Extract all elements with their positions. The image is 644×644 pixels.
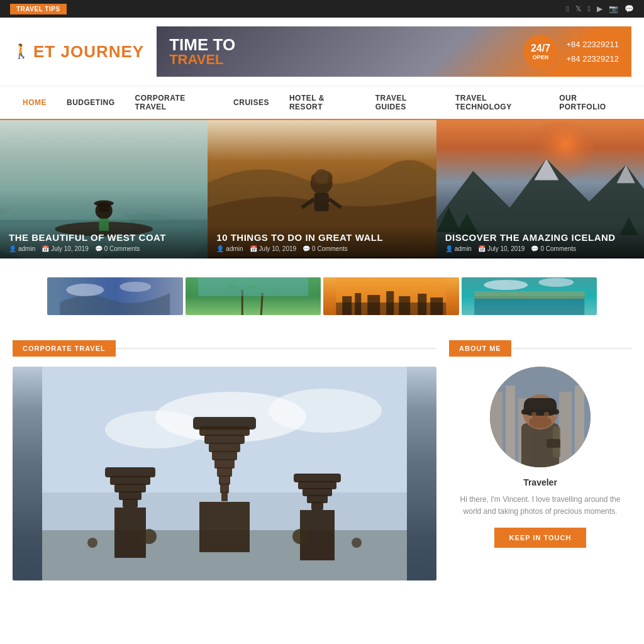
facebook-icon[interactable]:  bbox=[566, 4, 569, 13]
nav-corporate-travel[interactable]: CORPORATE TRAVEL bbox=[125, 86, 224, 119]
svg-rect-8 bbox=[99, 203, 109, 212]
svg-rect-33 bbox=[418, 294, 426, 315]
svg-rect-77 bbox=[559, 392, 572, 467]
about-me-label: ABOUT ME bbox=[449, 340, 511, 357]
corporate-travel-label: CORPORATE TRAVEL bbox=[13, 340, 116, 357]
svg-rect-51 bbox=[214, 459, 235, 469]
svg-rect-14 bbox=[314, 193, 329, 211]
keep-in-touch-button[interactable]: KEEP IN TOUCH bbox=[494, 528, 587, 548]
nav-travel-technology[interactable]: TRAVEL TECHNOLOGY bbox=[445, 86, 549, 119]
svg-rect-53 bbox=[219, 475, 230, 485]
banner: TIME TO TRAVEL 24/7 OPEN +84 22329211 +8… bbox=[157, 26, 631, 77]
svg-rect-31 bbox=[386, 291, 394, 315]
svg-rect-24 bbox=[198, 277, 308, 296]
svg-rect-36 bbox=[474, 296, 584, 315]
hero-overlay-3: DISCOVER THE AMAZING ICELAND 👤 admin 📅 J… bbox=[436, 226, 644, 258]
svg-point-84 bbox=[529, 416, 552, 428]
hero-title-3: DISCOVER THE AMAZING ICELAND bbox=[445, 232, 635, 243]
hero-meta-2: 👤 admin 📅 July 10, 2019 💬 0 Comments bbox=[216, 245, 427, 252]
svg-rect-74 bbox=[490, 392, 502, 467]
svg-point-19 bbox=[66, 284, 104, 296]
skype-icon[interactable]: 💬 bbox=[625, 4, 634, 13]
section-divider-line bbox=[116, 348, 436, 349]
svg-rect-60 bbox=[119, 491, 142, 500]
svg-rect-75 bbox=[506, 386, 515, 467]
open-badge: 24/7 OPEN bbox=[523, 35, 557, 69]
svg-point-72 bbox=[352, 538, 362, 548]
thumb-1[interactable] bbox=[47, 277, 183, 315]
svg-line-23 bbox=[261, 293, 262, 315]
nav-travel-guides[interactable]: TRAVEL GUIDES bbox=[365, 86, 445, 119]
hero-meta-1: 👤 admin 📅 July 10, 2019 💬 0 Comments bbox=[9, 245, 199, 252]
svg-point-71 bbox=[87, 538, 97, 548]
social-icons:  𝕏  ▶ 📷 💬 bbox=[566, 4, 634, 13]
corporate-travel-header: CORPORATE TRAVEL bbox=[13, 340, 436, 357]
svg-point-85 bbox=[531, 412, 536, 417]
hero-overlay-1: THE BEAUTIFUL OF WEST COAT 👤 admin 📅 Jul… bbox=[0, 226, 208, 258]
svg-point-44 bbox=[269, 389, 382, 433]
svg-rect-67 bbox=[311, 502, 323, 510]
hero-item-3[interactable]: DISCOVER THE AMAZING ICELAND 👤 admin 📅 J… bbox=[436, 120, 644, 258]
svg-rect-49 bbox=[209, 443, 240, 452]
travel-tips-badge: TRAVEL TIPS bbox=[10, 4, 67, 14]
hero-item-1[interactable]: THE BEAUTIFUL OF WEST COAT 👤 admin 📅 Jul… bbox=[0, 120, 208, 258]
instagram-icon[interactable]: 📷 bbox=[609, 4, 618, 13]
svg-rect-78 bbox=[575, 386, 584, 467]
nav-our-portfolio[interactable]: OUR PORTFOLIO bbox=[549, 86, 631, 119]
nav-cruises[interactable]: CRUISES bbox=[223, 91, 279, 114]
svg-point-69 bbox=[142, 529, 157, 544]
traveler-name: Traveler bbox=[449, 477, 631, 487]
right-column: ABOUT ME bbox=[449, 340, 631, 580]
about-me-section: Traveler Hi there, I'm Vincent. I love t… bbox=[449, 367, 631, 548]
hero-title-1: THE BEAUTIFUL OF WEST COAT bbox=[9, 232, 199, 243]
svg-rect-47 bbox=[199, 426, 250, 436]
svg-point-70 bbox=[292, 529, 308, 544]
twitter-icon[interactable]: 𝕏 bbox=[575, 4, 582, 13]
thumb-4[interactable] bbox=[462, 277, 597, 315]
svg-rect-29 bbox=[355, 293, 361, 315]
corporate-travel-image[interactable] bbox=[13, 367, 436, 580]
banner-right: 24/7 OPEN +84 22329211 +84 22329212 bbox=[523, 35, 619, 69]
hero-overlay-2: 10 THINGS TO DO IN GREAT WALL 👤 admin 📅 … bbox=[208, 226, 436, 258]
thumb-2[interactable] bbox=[186, 277, 321, 315]
thumbnails bbox=[0, 277, 644, 315]
banner-text: TIME TO TRAVEL bbox=[169, 36, 235, 67]
svg-rect-59 bbox=[114, 484, 146, 492]
nav: HOME BUDGETING CORPORATE TRAVEL CRUISES … bbox=[0, 86, 644, 120]
svg-point-43 bbox=[105, 411, 206, 448]
svg-rect-57 bbox=[105, 467, 155, 477]
pinterest-icon[interactable]:  bbox=[588, 4, 591, 13]
hero-title-2: 10 THINGS TO DO IN GREAT WALL bbox=[216, 232, 427, 243]
svg-rect-55 bbox=[221, 492, 228, 501]
svg-rect-62 bbox=[114, 508, 146, 558]
svg-rect-58 bbox=[110, 476, 150, 485]
hero-section: THE BEAUTIFUL OF WEST COAT 👤 admin 📅 Jul… bbox=[0, 120, 644, 258]
hero-meta-3: 👤 admin 📅 July 10, 2019 💬 0 Comments bbox=[445, 245, 635, 252]
nav-budgeting[interactable]: BUDGETING bbox=[57, 91, 125, 114]
svg-rect-48 bbox=[204, 435, 245, 444]
hero-item-2[interactable]: 10 THINGS TO DO IN GREAT WALL 👤 admin 📅 … bbox=[208, 120, 436, 258]
svg-rect-28 bbox=[342, 296, 352, 315]
svg-point-20 bbox=[119, 282, 151, 292]
svg-rect-32 bbox=[399, 296, 410, 315]
youtube-icon[interactable]: ▶ bbox=[597, 4, 602, 13]
svg-rect-37 bbox=[474, 291, 584, 299]
contact-info: +84 22329211 +84 22329212 bbox=[566, 37, 619, 67]
svg-point-86 bbox=[544, 412, 549, 417]
about-me-header: ABOUT ME bbox=[449, 340, 631, 357]
section-divider-line-2 bbox=[511, 348, 631, 349]
svg-rect-61 bbox=[123, 499, 138, 508]
nav-home[interactable]: HOME bbox=[13, 91, 57, 114]
svg-point-13 bbox=[314, 169, 329, 184]
left-column: CORPORATE TRAVEL bbox=[13, 340, 436, 580]
svg-rect-56 bbox=[199, 502, 250, 552]
svg-rect-87 bbox=[547, 439, 560, 448]
svg-point-39 bbox=[538, 278, 574, 287]
nav-hotel-resort[interactable]: HOTEL & RESORT bbox=[279, 86, 365, 119]
svg-rect-34 bbox=[430, 297, 443, 315]
thumb-3[interactable] bbox=[323, 277, 459, 315]
logo[interactable]: 🚶 ET JOURNEY bbox=[13, 42, 144, 62]
svg-rect-50 bbox=[212, 451, 237, 460]
traveler-bio: Hi there, I'm Vincent. I love travelling… bbox=[449, 494, 631, 518]
svg-point-38 bbox=[484, 280, 528, 290]
